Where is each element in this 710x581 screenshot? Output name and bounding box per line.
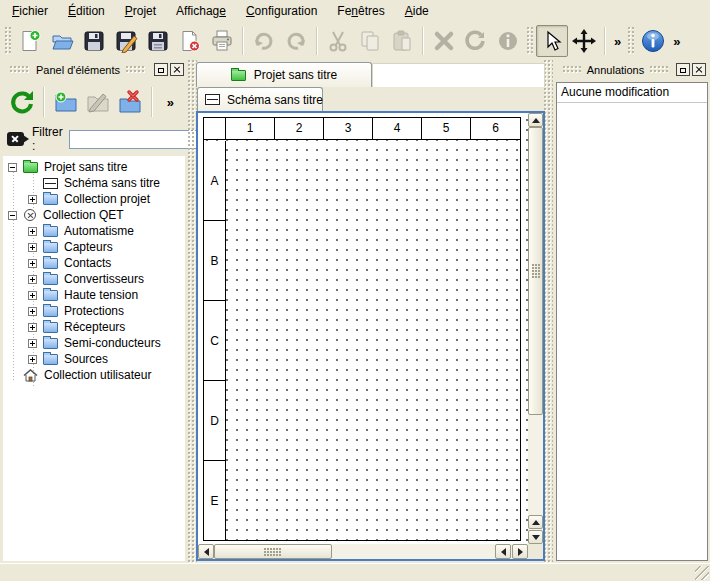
tree-item-collection-utilisateur[interactable]: Collection utilisateur: [3, 367, 185, 383]
scroll-up-button[interactable]: [528, 113, 543, 127]
reload-collections-button[interactable]: [6, 86, 38, 118]
menu-aide[interactable]: Aide: [395, 0, 439, 22]
toolbar-drag-handle[interactable]: [5, 27, 11, 55]
toolbar-overflow-button[interactable]: »: [610, 34, 625, 49]
menu-edition[interactable]: Édition: [58, 0, 115, 22]
expand-icon[interactable]: [28, 275, 37, 284]
diagram-view[interactable]: 1 2 3 4 5 6 A B C D E: [196, 111, 545, 561]
float-panel-button[interactable]: [154, 63, 168, 76]
tree-item-convertisseurs[interactable]: Convertisseurs: [3, 271, 185, 287]
tree-item-projet-sans-titre[interactable]: Projet sans titre: [3, 159, 185, 175]
cut-button[interactable]: [322, 25, 354, 57]
save-all-button[interactable]: [142, 25, 174, 57]
row-header: A: [204, 141, 225, 221]
vertical-scrollbar-thumb[interactable]: [528, 127, 543, 415]
new-category-button[interactable]: [50, 86, 82, 118]
expand-icon[interactable]: [28, 355, 37, 364]
collapse-icon[interactable]: [8, 163, 17, 172]
new-document-button[interactable]: [14, 25, 46, 57]
expand-icon[interactable]: [28, 227, 37, 236]
folder-icon: [43, 226, 58, 237]
tree-item-sources[interactable]: Sources: [3, 351, 185, 367]
tree-item-recepteurs[interactable]: Récepteurs: [3, 319, 185, 335]
close-panel-button[interactable]: [692, 63, 706, 76]
project-tab[interactable]: Projet sans titre: [196, 62, 372, 87]
splitter-right[interactable]: [544, 60, 553, 563]
float-panel-button[interactable]: [676, 63, 690, 76]
tree-item-semi-conducteurs[interactable]: Semi-conducteurs: [3, 335, 185, 351]
vertical-scrollbar[interactable]: [528, 113, 543, 544]
menu-affichage[interactable]: Affichage: [166, 0, 236, 22]
tree-item-schema-sans-titre[interactable]: Schéma sans titre: [3, 175, 185, 191]
close-panel-button[interactable]: [170, 63, 184, 76]
tree-item-collection-qet[interactable]: Collection QET: [3, 207, 185, 223]
info-blue-icon: [640, 28, 666, 54]
toolbar-overflow-button[interactable]: »: [669, 34, 684, 49]
scroll-left-button[interactable]: [198, 544, 214, 559]
collapse-icon[interactable]: [8, 211, 17, 220]
expand-icon[interactable]: [28, 323, 37, 332]
pan-mode-button[interactable]: [568, 25, 600, 57]
scroll-down-button[interactable]: [528, 530, 543, 544]
delete-category-button[interactable]: [114, 86, 146, 118]
close-document-button[interactable]: [174, 25, 206, 57]
tree-item-contacts[interactable]: Contacts: [3, 255, 185, 271]
expand-icon[interactable]: [28, 291, 37, 300]
menu-configuration[interactable]: Configuration: [236, 0, 327, 22]
open-document-button[interactable]: [46, 25, 78, 57]
menu-projet[interactable]: Projet: [115, 0, 166, 22]
object-info-button[interactable]: [492, 25, 524, 57]
horizontal-scrollbar[interactable]: [198, 544, 528, 559]
undo-panel-titlebar[interactable]: Annulations: [553, 60, 710, 79]
column-header-row: 1 2 3 4 5 6: [204, 118, 520, 140]
scroll-up-button-bottom[interactable]: [528, 515, 543, 529]
select-mode-button[interactable]: [536, 25, 568, 57]
expand-icon[interactable]: [28, 307, 37, 316]
expand-icon[interactable]: [28, 195, 37, 204]
expand-icon[interactable]: [28, 259, 37, 268]
delete-button[interactable]: [428, 25, 460, 57]
titlebar-texture: [563, 66, 581, 74]
diagram-info-button[interactable]: [637, 25, 669, 57]
elements-tree: Projet sans titre Schéma sans titre Coll…: [3, 156, 185, 561]
print-button[interactable]: [206, 25, 238, 57]
elements-panel-titlebar[interactable]: Panel d'éléments: [0, 60, 188, 79]
redo-button[interactable]: [280, 25, 312, 57]
panel-toolbar-overflow-button[interactable]: »: [163, 95, 178, 110]
diagram-paper[interactable]: 1 2 3 4 5 6 A B C D E: [203, 117, 521, 541]
tree-item-haute-tension[interactable]: Haute tension: [3, 287, 185, 303]
horizontal-scrollbar-thumb[interactable]: [214, 544, 332, 559]
scroll-left-button-right[interactable]: [495, 544, 511, 559]
resize-grip[interactable]: [695, 566, 709, 580]
menu-fichier[interactable]: Fichier: [2, 0, 58, 22]
tree-item-automatisme[interactable]: Automatisme: [3, 223, 185, 239]
expand-icon[interactable]: [28, 339, 37, 348]
elements-panel: Panel d'éléments » Filtrer :: [0, 60, 188, 563]
tree-item-capteurs[interactable]: Capteurs: [3, 239, 185, 255]
toolbar-separator: [604, 27, 606, 55]
column-header: 5: [422, 118, 471, 139]
paste-button[interactable]: [386, 25, 418, 57]
delete-icon: [432, 29, 456, 53]
undo-button[interactable]: [248, 25, 280, 57]
schema-tab[interactable]: Schéma sans titre: [197, 87, 323, 111]
tree-item-collection-projet[interactable]: Collection projet: [3, 191, 185, 207]
tree-item-protections[interactable]: Protections: [3, 303, 185, 319]
rotate-button[interactable]: [460, 25, 492, 57]
redo-icon: [284, 29, 308, 53]
project-tab-label: Projet sans titre: [254, 68, 337, 82]
expand-icon[interactable]: [28, 243, 37, 252]
arrow-left-icon: [204, 548, 209, 556]
clear-filter-icon[interactable]: [7, 132, 24, 146]
copy-button[interactable]: [354, 25, 386, 57]
undo-list-item[interactable]: Aucune modification: [557, 83, 707, 103]
edit-category-button[interactable]: [82, 86, 114, 118]
toolbar-drag-handle[interactable]: [628, 27, 634, 55]
menu-fenetres[interactable]: Fenêtres: [327, 0, 394, 22]
save-button[interactable]: [78, 25, 110, 57]
toolbar-drag-handle[interactable]: [527, 27, 533, 55]
scroll-right-button[interactable]: [512, 544, 528, 559]
undo-history-list[interactable]: Aucune modification: [556, 82, 708, 561]
move-cross-icon: [572, 29, 596, 53]
save-as-button[interactable]: [110, 25, 142, 57]
